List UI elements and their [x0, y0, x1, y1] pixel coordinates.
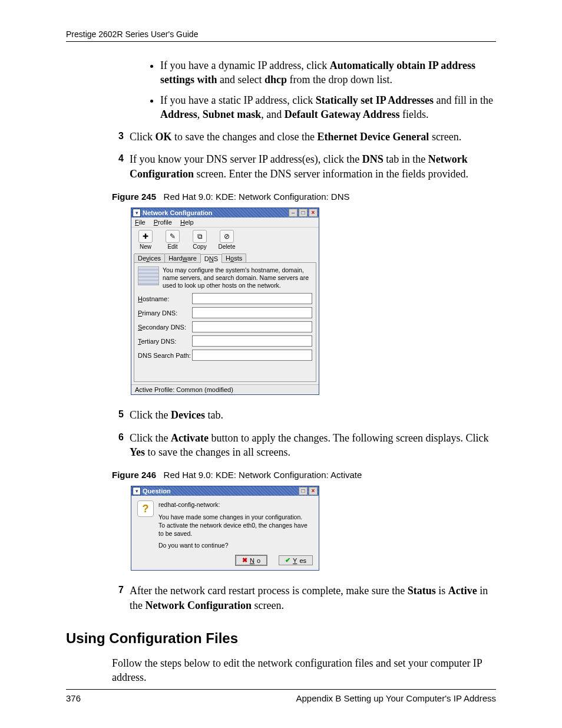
- delete-button[interactable]: ⊘Delete: [216, 230, 237, 250]
- menu-file[interactable]: File: [135, 219, 146, 226]
- menu-profile[interactable]: Profile: [154, 219, 172, 226]
- secondary-dns-input[interactable]: [192, 321, 312, 332]
- x-icon: ✖: [242, 556, 247, 564]
- question-icon: ?: [137, 500, 154, 517]
- new-icon: ✚: [138, 230, 153, 243]
- question-dialog: ▾ Question □ × ? redhat-config-network: …: [131, 486, 319, 571]
- primary-dns-label: Primary DNS:: [138, 309, 192, 317]
- titlebar[interactable]: ▾ Network Configuration – □ ×: [131, 208, 319, 218]
- edit-button[interactable]: ✎Edit: [162, 230, 183, 250]
- primary-dns-input[interactable]: [192, 307, 312, 318]
- edit-icon: ✎: [166, 230, 180, 243]
- app-icon: ▾: [133, 209, 141, 217]
- step-3: 3 Click OK to save the changes and close…: [112, 130, 496, 144]
- step-5: 5 Click the Devices tab.: [112, 408, 496, 422]
- yes-button[interactable]: ✔ Yes: [279, 555, 313, 565]
- window-title: Network Configuration: [143, 209, 213, 216]
- figure-245-caption: Figure 245 Red Hat 9.0: KDE: Network Con…: [112, 192, 496, 202]
- footer-text: Appendix B Setting up Your Computer's IP…: [296, 693, 496, 703]
- step-7: 7 After the network card restart process…: [112, 584, 496, 612]
- app-icon: ▾: [133, 487, 141, 495]
- hostname-input[interactable]: [192, 293, 312, 304]
- maximize-button[interactable]: □: [299, 209, 308, 217]
- minimize-button[interactable]: –: [289, 209, 297, 217]
- close-button[interactable]: ×: [309, 209, 318, 217]
- dialog-text: redhat-config-network: You have made som…: [158, 500, 313, 549]
- secondary-dns-label: Secondary DNS:: [138, 324, 192, 331]
- tab-hosts[interactable]: Hosts: [222, 253, 246, 262]
- dialog-title: Question: [143, 487, 171, 495]
- no-button[interactable]: ✖ No: [236, 555, 267, 565]
- network-config-window: ▾ Network Configuration – □ × File Profi…: [131, 207, 319, 395]
- maximize-button[interactable]: □: [299, 487, 308, 495]
- menu-help[interactable]: Help: [180, 219, 194, 226]
- tertiary-dns-input[interactable]: [192, 335, 312, 347]
- bullet-list: If you have a dynamic IP address, click …: [148, 58, 496, 121]
- close-button[interactable]: ×: [309, 487, 318, 495]
- delete-icon: ⊘: [220, 230, 234, 243]
- step-4: 4 If you know your DNS server IP address…: [112, 152, 496, 181]
- page-number: 376: [66, 693, 81, 703]
- menu-bar: File Profile Help: [131, 218, 319, 228]
- status-bar: Active Profile: Common (modified): [131, 384, 319, 394]
- tab-dns[interactable]: DNS: [200, 254, 222, 263]
- tabs: Devices Hardware DNS Hosts: [131, 251, 319, 262]
- new-button[interactable]: ✚New: [135, 230, 156, 250]
- search-path-label: DNS Search Path:: [138, 352, 192, 359]
- section-paragraph: Follow the steps below to edit the netwo…: [112, 656, 496, 685]
- bullet-item: If you have a static IP address, click S…: [160, 93, 496, 122]
- hostname-label: Hostname:: [138, 295, 192, 302]
- tertiary-dns-label: Tertiary DNS:: [138, 338, 192, 345]
- check-icon: ✔: [285, 556, 290, 564]
- bullet-item: If you have a dynamic IP address, click …: [160, 58, 496, 87]
- titlebar[interactable]: ▾ Question □ ×: [131, 486, 319, 496]
- tab-hardware[interactable]: Hardware: [164, 253, 201, 262]
- step-6: 6 Click the Activate button to apply the…: [112, 431, 496, 460]
- page-footer: 376 Appendix B Setting up Your Computer'…: [66, 689, 496, 703]
- section-heading: Using Configuration Files: [66, 630, 496, 647]
- tab-content: You may configure the system's hostname,…: [134, 262, 316, 382]
- tab-devices[interactable]: Devices: [134, 253, 165, 262]
- system-icon: [138, 266, 159, 285]
- toolbar: ✚New ✎Edit ⧉Copy ⊘Delete: [131, 228, 319, 251]
- figure-246-caption: Figure 246 Red Hat 9.0: KDE: Network Con…: [112, 470, 496, 480]
- search-path-input[interactable]: [192, 350, 312, 361]
- doc-header: Prestige 2602R Series User's Guide: [66, 29, 496, 42]
- description-text: You may configure the system's hostname,…: [163, 266, 312, 289]
- copy-icon: ⧉: [193, 230, 207, 243]
- copy-button[interactable]: ⧉Copy: [189, 230, 210, 250]
